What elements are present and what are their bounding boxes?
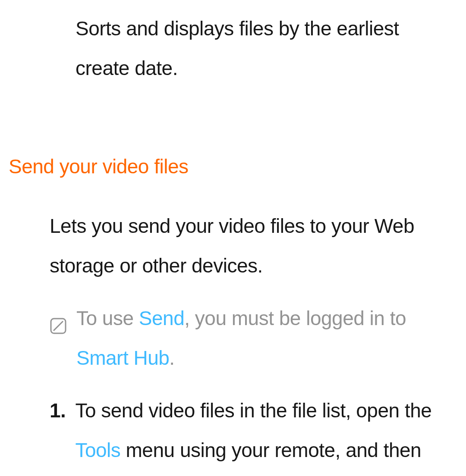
intro-paragraph: Lets you send your video files to your W…	[50, 206, 453, 285]
step-1: 1. To send video files in the file list,…	[50, 391, 453, 476]
step-text: To send video files in the file list, op…	[75, 391, 453, 476]
top-text: Sorts and displays files by the earliest…	[76, 17, 399, 79]
section-heading: Send your video files	[9, 153, 453, 180]
note-segment: .	[169, 347, 174, 369]
top-paragraph: Sorts and displays files by the earliest…	[76, 9, 453, 88]
send-keyword: Send	[139, 307, 184, 329]
step-segment: To send video files in the file list, op…	[75, 399, 431, 422]
manual-page: Sorts and displays files by the earliest…	[0, 0, 466, 476]
note-text: To use Send, you must be logged in to Sm…	[76, 298, 453, 378]
intro-text: Lets you send your video files to your W…	[50, 215, 414, 277]
step-number: 1.	[50, 391, 66, 476]
tools-keyword: Tools	[75, 439, 120, 461]
note-block: To use Send, you must be logged in to Sm…	[50, 298, 453, 378]
heading-text: Send your video files	[9, 155, 189, 178]
smart-hub-keyword: Smart Hub	[76, 347, 169, 369]
svg-line-1	[54, 321, 63, 331]
step-segment: menu using your remote, and then select	[75, 439, 421, 476]
note-segment: , you must be logged in to	[184, 307, 406, 329]
note-segment: To use	[76, 307, 139, 329]
note-icon	[50, 308, 67, 378]
